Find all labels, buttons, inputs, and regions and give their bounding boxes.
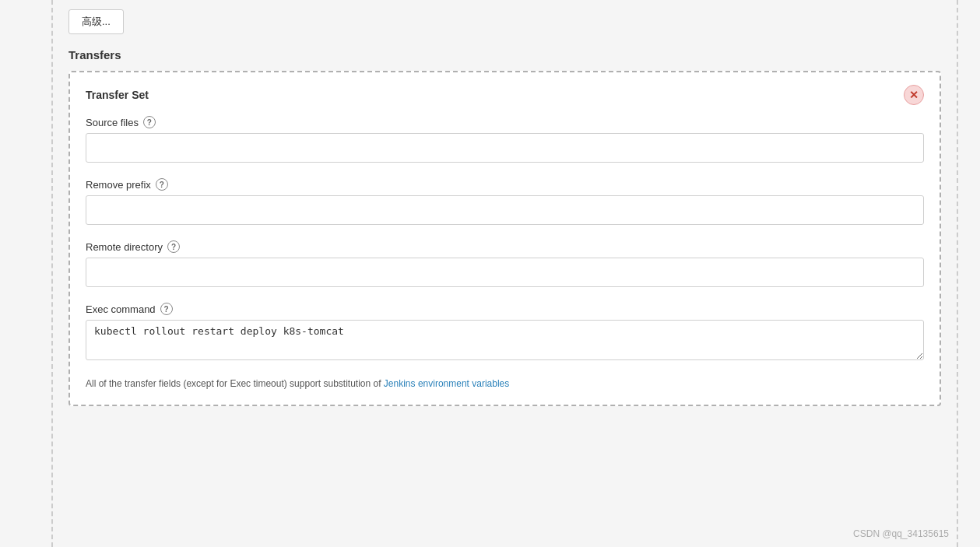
source-files-help-icon[interactable]: ? xyxy=(143,116,156,128)
exec-command-label-row: Exec command ? xyxy=(86,303,924,315)
source-files-input[interactable] xyxy=(86,133,924,163)
exec-command-group: Exec command ? kubectl rollout restart d… xyxy=(86,303,924,363)
remove-prefix-label: Remove prefix xyxy=(86,179,151,191)
remove-prefix-input[interactable] xyxy=(86,195,924,225)
left-border xyxy=(0,0,53,547)
note-text-before: All of the transfer fields (except for E… xyxy=(86,378,384,389)
transfer-set-header: Transfer Set ✕ xyxy=(86,85,924,105)
jenkins-env-vars-link[interactable]: Jenkins environment variables xyxy=(384,378,509,389)
exec-command-input[interactable]: kubectl rollout restart deploy k8s-tomca… xyxy=(86,320,924,360)
remote-directory-label-row: Remote directory ? xyxy=(86,240,924,253)
source-files-group: Source files ? xyxy=(86,116,924,163)
remove-prefix-help-icon[interactable]: ? xyxy=(156,178,168,191)
remote-directory-label: Remote directory xyxy=(86,241,163,253)
exec-command-label: Exec command xyxy=(86,303,156,315)
source-files-label: Source files xyxy=(86,117,139,128)
right-border xyxy=(957,0,980,547)
transfer-set-card: Transfer Set ✕ Source files ? Remove pre… xyxy=(68,71,941,406)
source-files-label-row: Source files ? xyxy=(86,116,924,128)
remove-prefix-group: Remove prefix ? xyxy=(86,178,924,225)
advanced-button[interactable]: 高级... xyxy=(68,9,124,34)
center-content: 高级... Transfers Transfer Set ✕ Source fi… xyxy=(53,0,957,547)
remote-directory-input[interactable] xyxy=(86,258,924,287)
transfers-section-label: Transfers xyxy=(68,48,941,61)
main-content: 高级... Transfers Transfer Set ✕ Source fi… xyxy=(0,0,980,547)
remote-directory-help-icon[interactable]: ? xyxy=(167,240,180,253)
transfer-set-title: Transfer Set xyxy=(86,89,149,101)
page-container: 高级... Transfers Transfer Set ✕ Source fi… xyxy=(0,0,980,547)
remove-prefix-label-row: Remove prefix ? xyxy=(86,178,924,191)
exec-command-help-icon[interactable]: ? xyxy=(160,303,173,315)
watermark: CSDN @qq_34135615 xyxy=(853,528,949,539)
note-text: All of the transfer fields (except for E… xyxy=(86,378,924,389)
remote-directory-group: Remote directory ? xyxy=(86,240,924,287)
remove-transfer-set-button[interactable]: ✕ xyxy=(904,85,924,105)
